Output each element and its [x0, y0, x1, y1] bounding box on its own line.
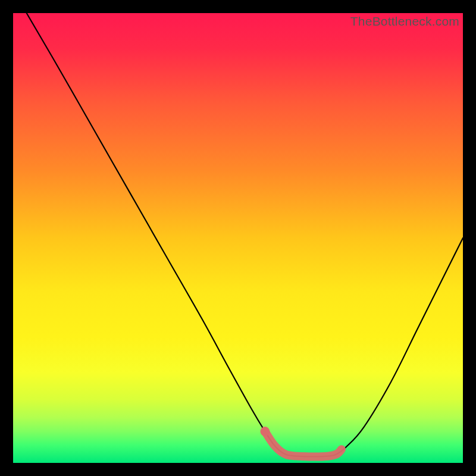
chart-frame: TheBottleneck.com: [13, 13, 463, 463]
optimal-range-marker: [260, 427, 270, 436]
gradient-background: [13, 13, 463, 463]
chart-canvas: [13, 13, 463, 463]
watermark-label: TheBottleneck.com: [350, 14, 459, 29]
